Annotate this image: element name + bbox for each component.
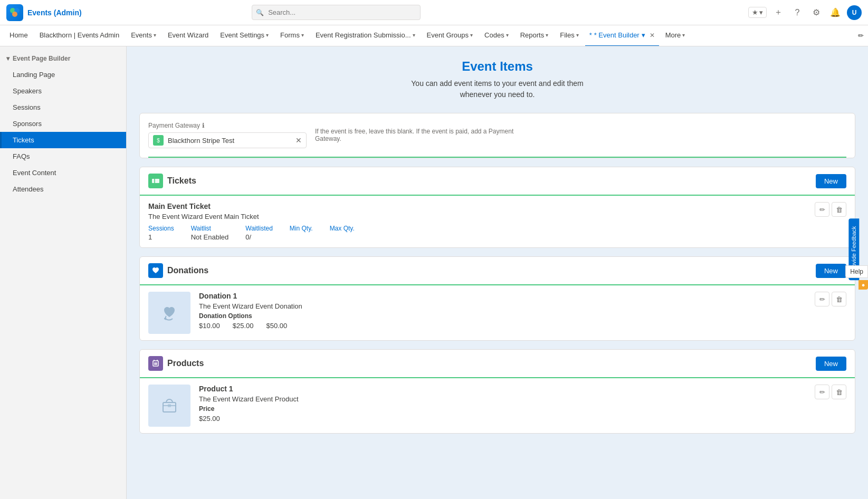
product-price-label: Price: [199, 405, 299, 412]
payment-gateway-icon: $: [153, 135, 164, 146]
payment-clear-button[interactable]: ✕: [295, 136, 302, 145]
donation-delete-button[interactable]: 🗑: [832, 292, 846, 306]
max-qty-col: Max Qty.: [330, 225, 355, 241]
avatar[interactable]: U: [847, 5, 862, 20]
event-builder-chevron: ▾: [642, 31, 645, 39]
sidebar-item-sponsors[interactable]: Sponsors: [0, 116, 126, 132]
sidebar-item-tickets[interactable]: Tickets: [0, 132, 126, 148]
donations-section-icon: [148, 263, 163, 278]
products-new-button[interactable]: New: [816, 357, 846, 371]
product-desc: The Event Wizard Event Product: [199, 395, 299, 403]
nav-event-builder-tab[interactable]: * * Event Builder ▾ ✕: [585, 25, 659, 46]
nav-event-groups[interactable]: Event Groups ▾: [422, 25, 479, 46]
waitlisted-label: Waitlisted: [245, 225, 273, 232]
sidebar-header[interactable]: ▾ Event Page Builder: [0, 51, 126, 66]
files-chevron: ▾: [576, 32, 579, 38]
star-icon: ★: [752, 8, 758, 16]
notification-dot[interactable]: ●: [859, 280, 868, 290]
favorites-button[interactable]: ★ ▾: [748, 7, 767, 18]
donation-actions: ✏ 🗑: [815, 292, 846, 306]
product-edit-button[interactable]: ✏: [815, 385, 829, 399]
nav-home[interactable]: Home: [4, 25, 33, 46]
products-section: Products New Product 1: [139, 349, 855, 434]
payment-gateway-card: Payment Gateway ℹ $ Blackthorn Stripe Te…: [139, 113, 855, 158]
waitlist-label: Waitlist: [191, 225, 229, 232]
ticket-edit-button[interactable]: ✏: [815, 202, 829, 217]
tickets-section-icon: [148, 174, 163, 188]
sidebar-item-sessions[interactable]: Sessions: [0, 99, 126, 116]
codes-chevron: ▾: [506, 32, 509, 38]
blackthorn-label: Blackthorn | Events Admin: [40, 31, 120, 39]
main-content: Event Items You can add event items to y…: [127, 46, 868, 499]
search-input[interactable]: [252, 5, 421, 20]
donation-price-2: $25.00: [233, 322, 254, 330]
ticket-delete-button[interactable]: 🗑: [832, 202, 846, 217]
favorites-chevron: ▾: [759, 8, 763, 16]
tickets-section: Tickets New Main Event Ticket The Event …: [139, 167, 855, 248]
help-tab[interactable]: Help: [845, 265, 868, 278]
donation-prices: $10.00 $25.00 $50.00: [199, 322, 302, 330]
sidebar-header-label: Event Page Builder: [13, 55, 70, 62]
products-title-wrap: Products: [148, 356, 204, 371]
svg-rect-3: [152, 179, 159, 183]
event-registration-chevron: ▾: [413, 32, 415, 38]
nav-edit-icon[interactable]: ✏: [858, 32, 868, 40]
sidebar: ▾ Event Page Builder Landing Page Speake…: [0, 46, 127, 499]
donations-section: Donations New Donation 1: [139, 256, 855, 341]
nav-blackthorn-events-admin[interactable]: Blackthorn | Events Admin: [34, 25, 125, 46]
ticket-desc: The Event Wizard Event Main Ticket: [148, 213, 355, 220]
product-delete-button[interactable]: 🗑: [832, 385, 846, 399]
settings-button[interactable]: ⚙: [809, 5, 824, 20]
product-details: Product 1 The Event Wizard Event Product…: [199, 385, 299, 423]
sidebar-item-landing-page[interactable]: Landing Page: [0, 66, 126, 83]
donations-new-button[interactable]: New: [816, 264, 846, 278]
nav-event-registration[interactable]: Event Registration Submissio... ▾: [310, 25, 421, 46]
home-label: Home: [9, 31, 28, 39]
more-chevron: ▾: [682, 32, 685, 38]
event-builder-asterisk: *: [589, 31, 592, 39]
sidebar-item-speakers[interactable]: Speakers: [0, 83, 126, 99]
donation-thumbnail: [148, 292, 190, 334]
svg-rect-9: [168, 404, 171, 407]
ticket-details: Main Event Ticket The Event Wizard Event…: [148, 202, 355, 241]
nav-event-wizard[interactable]: Event Wizard: [163, 25, 214, 46]
tickets-title-wrap: Tickets: [148, 174, 196, 188]
subtitle-line1: You can add event items to your event an…: [411, 79, 583, 88]
max-qty-label: Max Qty.: [330, 225, 355, 232]
sidebar-item-attendees[interactable]: Attendees: [0, 181, 126, 197]
event-groups-label: Event Groups: [427, 31, 469, 39]
nav-files[interactable]: Files ▾: [555, 25, 584, 46]
nav-event-settings[interactable]: Event Settings ▾: [215, 25, 274, 46]
nav-reports[interactable]: Reports ▾: [515, 25, 554, 46]
payment-hint: If the event is free, leave this blank. …: [315, 128, 526, 142]
add-button[interactable]: ＋: [771, 5, 786, 20]
sessions-value: 1: [148, 233, 174, 241]
help-circle-button[interactable]: ?: [790, 5, 805, 20]
payment-row: Payment Gateway ℹ $ Blackthorn Stripe Te…: [140, 113, 855, 157]
sidebar-collapse-icon: ▾: [6, 55, 9, 62]
tickets-new-button[interactable]: New: [816, 174, 846, 188]
reports-chevron: ▾: [546, 32, 548, 38]
sidebar-item-faqs[interactable]: FAQs: [0, 148, 126, 165]
app-title: Events (Admin): [27, 8, 82, 17]
nav-forms[interactable]: Forms ▾: [275, 25, 309, 46]
donation-price-1: $10.00: [199, 322, 220, 330]
payment-label-wrap: Payment Gateway ℹ $ Blackthorn Stripe Te…: [148, 122, 307, 148]
subtitle-line2: whenever you need to.: [460, 90, 535, 99]
codes-label: Codes: [484, 31, 504, 39]
payment-field[interactable]: $ Blackthorn Stripe Test ✕: [148, 132, 307, 148]
nav-events[interactable]: Events ▾: [126, 25, 161, 46]
reports-label: Reports: [520, 31, 545, 39]
event-builder-label: * Event Builder: [594, 31, 640, 39]
nav-codes[interactable]: Codes ▾: [479, 25, 514, 46]
event-settings-chevron: ▾: [266, 32, 269, 38]
donation-edit-button[interactable]: ✏: [815, 292, 829, 306]
notifications-button[interactable]: 🔔: [828, 5, 843, 20]
nav-more[interactable]: More ▾: [660, 25, 691, 46]
min-qty-col: Min Qty.: [290, 225, 313, 241]
product-actions: ✏ 🗑: [815, 385, 846, 399]
event-registration-label: Event Registration Submissio...: [316, 31, 411, 39]
sidebar-item-event-content[interactable]: Event Content: [0, 165, 126, 181]
product-content: Product 1 The Event Wizard Event Product…: [148, 385, 299, 427]
close-tab-icon[interactable]: ✕: [650, 32, 655, 39]
